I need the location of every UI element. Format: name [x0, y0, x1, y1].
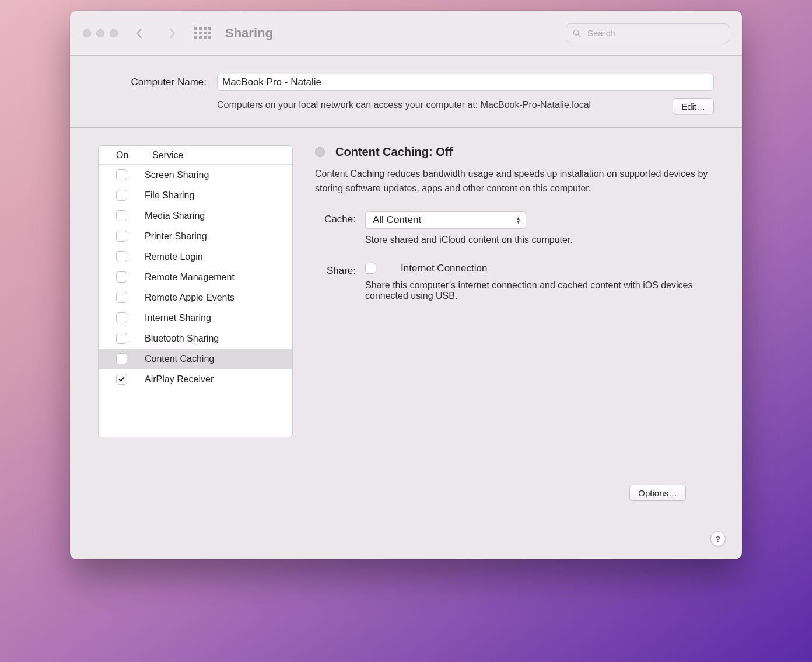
close-icon[interactable] — [83, 29, 91, 37]
preferences-window: Sharing Computer Name: Computers on your… — [70, 11, 742, 559]
service-label: Remote Login — [145, 252, 203, 262]
main-area: On Service Screen SharingFile SharingMed… — [70, 128, 742, 523]
service-row[interactable]: Remote Apple Events — [99, 287, 292, 308]
service-row[interactable]: AirPlay Receiver — [99, 369, 292, 389]
service-label: Content Caching — [145, 354, 214, 364]
computer-name-label: Computer Name: — [98, 76, 206, 88]
service-row[interactable]: Media Sharing — [99, 205, 292, 226]
share-internet-label: Internet Connection — [401, 263, 487, 274]
computer-name-hint: Computers on your local network can acce… — [217, 98, 659, 112]
chevron-right-icon — [167, 27, 177, 40]
service-row[interactable]: Printer Sharing — [99, 226, 292, 246]
share-hint: Share this computer’s internet connectio… — [365, 280, 714, 301]
service-checkbox[interactable] — [116, 271, 127, 283]
search-icon — [572, 29, 582, 38]
share-internet-checkbox[interactable] — [365, 263, 376, 274]
service-label: Remote Management — [145, 272, 235, 283]
show-all-button[interactable] — [194, 27, 211, 39]
column-service: Service — [145, 150, 183, 161]
window-title: Sharing — [225, 26, 273, 41]
chevron-left-icon — [135, 27, 144, 40]
service-row[interactable]: Internet Sharing — [99, 308, 292, 328]
service-row[interactable]: Remote Login — [99, 246, 292, 267]
service-checkbox[interactable] — [116, 169, 127, 180]
service-checkbox[interactable] — [116, 251, 127, 262]
service-row[interactable]: File Sharing — [99, 185, 292, 205]
search-input[interactable] — [586, 27, 723, 39]
service-checkbox[interactable] — [116, 312, 127, 323]
window-controls — [83, 29, 118, 37]
service-label: Remote Apple Events — [145, 292, 235, 303]
cache-select[interactable]: All Content ▲▼ — [365, 211, 526, 229]
service-row[interactable]: Screen Sharing — [99, 165, 292, 185]
service-label: Printer Sharing — [145, 231, 207, 242]
service-label: Media Sharing — [145, 211, 205, 221]
zoom-icon[interactable] — [110, 29, 118, 37]
share-label: Share: — [315, 263, 356, 277]
service-checkbox[interactable] — [116, 190, 127, 201]
cache-hint: Store shared and iCloud content on this … — [365, 235, 714, 245]
service-checkbox[interactable] — [116, 231, 127, 242]
service-checkbox[interactable] — [116, 292, 127, 303]
service-label: AirPlay Receiver — [145, 374, 214, 385]
back-button[interactable] — [128, 22, 150, 44]
updown-icon: ▲▼ — [516, 217, 521, 224]
status-indicator-icon — [315, 147, 325, 157]
options-button[interactable]: Options… — [629, 485, 686, 501]
service-list-header: On Service — [99, 146, 292, 165]
service-checkbox[interactable] — [116, 333, 127, 344]
service-row[interactable]: Bluetooth Sharing — [99, 328, 292, 349]
service-list: On Service Screen SharingFile SharingMed… — [98, 145, 293, 437]
forward-button[interactable] — [161, 22, 183, 44]
cache-label: Cache: — [315, 211, 356, 225]
service-label: File Sharing — [145, 190, 194, 201]
service-detail: Content Caching: Off Content Caching red… — [315, 145, 714, 511]
service-label: Bluetooth Sharing — [145, 333, 219, 344]
computer-name-input[interactable] — [217, 74, 714, 91]
service-checkbox[interactable] — [116, 210, 127, 221]
toolbar: Sharing — [70, 11, 742, 56]
service-row[interactable]: Remote Management — [99, 267, 292, 287]
service-checkbox[interactable] — [116, 374, 127, 385]
computer-name-section: Computer Name: Computers on your local n… — [70, 56, 742, 128]
service-description: Content Caching reduces bandwidth usage … — [315, 167, 714, 196]
service-label: Screen Sharing — [145, 170, 209, 180]
cache-select-value: All Content — [373, 214, 421, 226]
service-label: Internet Sharing — [145, 313, 211, 323]
svg-line-1 — [578, 34, 580, 37]
help-button[interactable]: ? — [710, 531, 726, 546]
status-title: Content Caching: Off — [335, 145, 453, 159]
service-checkbox[interactable] — [116, 353, 127, 364]
edit-button[interactable]: Edit… — [673, 98, 714, 114]
minimize-icon[interactable] — [96, 29, 104, 37]
search-field[interactable] — [566, 23, 729, 43]
column-on: On — [99, 146, 145, 164]
service-row[interactable]: Content Caching — [99, 349, 292, 369]
